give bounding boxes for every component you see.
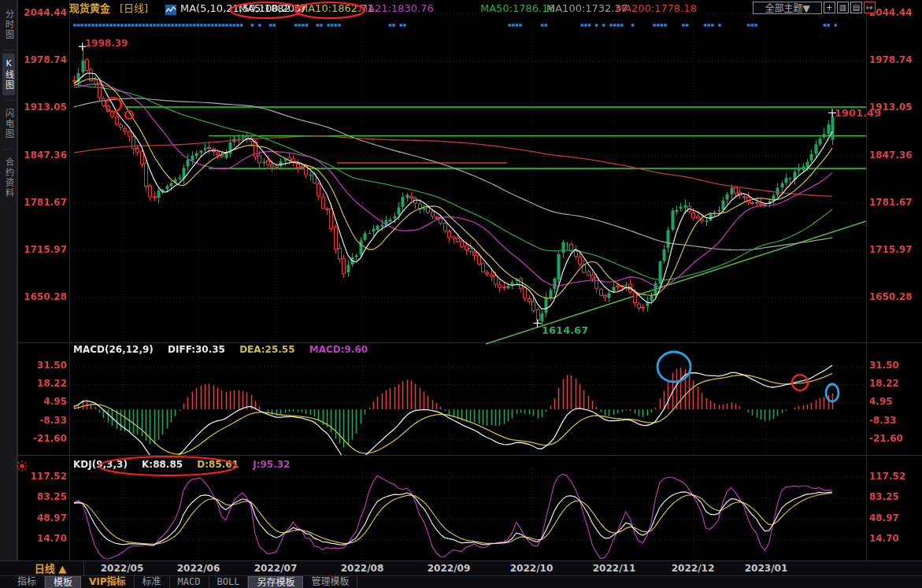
x-axis-date-label: 2022/08	[335, 562, 390, 575]
x-axis-date-label: 2023/01	[739, 562, 794, 575]
main-y-axis-label-right: 1978.74	[869, 54, 918, 65]
ma21-value-label: MA21:1830.76	[359, 2, 434, 15]
kdj-j-value: J:95.32	[253, 459, 290, 470]
bottom-tab-1[interactable]: 模板	[45, 576, 81, 588]
ma5-value-label: MA5:1882.37	[239, 2, 307, 15]
symbol-title: 现货黄金	[69, 2, 110, 15]
ma200-value-label: MA200:1778.18	[616, 2, 697, 15]
macd-pane-header: MACD(26,12,9) DIFF:30.35 DEA:25.55 MACD:…	[73, 344, 379, 355]
macd-title: MACD(26,12,9)	[73, 344, 154, 355]
kdj-y-axis-label-right: 117.52	[869, 471, 918, 482]
all-themes-dropdown[interactable]: 全部主题▼	[753, 2, 822, 14]
sidebar-divider	[3, 149, 14, 150]
kdj-k-value: K:88.85	[142, 459, 183, 470]
kdj-pane-header: KDJ(9,3,3) K:88.85 D:85.61 J:95.32	[73, 459, 301, 470]
main-y-axis-label-left: 2044.44	[18, 7, 67, 18]
chart-type-sidebar: 分时图 K线图 闪电图 合约资料	[0, 0, 17, 560]
bottom-tab-0[interactable]: 指标	[9, 576, 45, 588]
main-y-axis-label-left: 1715.97	[18, 244, 67, 255]
x-axis-date-label: 2022/12	[665, 562, 720, 575]
macd-y-axis-label-right: 4.95	[869, 396, 918, 407]
layout-icon[interactable]: ▤	[850, 2, 862, 13]
x-axis-date-label: 2022/07	[248, 562, 303, 575]
main-y-axis-label-left: 1913.05	[18, 102, 67, 113]
bottom-tab-7[interactable]: 管理模板	[303, 576, 357, 588]
bottom-tab-4[interactable]: MACD	[170, 576, 209, 588]
sidebar-divider	[3, 50, 14, 50]
main-y-axis-label-left: 1781.67	[18, 197, 67, 208]
macd-diff-value: DIFF:30.35	[168, 344, 225, 355]
macd-y-axis-label-right: 18.22	[869, 378, 918, 389]
pop-out-icon[interactable]: ↦	[864, 2, 876, 13]
macd-y-axis-label-right: 31.50	[869, 360, 918, 371]
x-axis-date-label: 2022/11	[587, 562, 642, 575]
grid-icon[interactable]: ▥	[837, 2, 849, 13]
kdj-d-value: D:85.61	[197, 459, 239, 470]
kdj-y-axis-label-right: 14.70	[869, 533, 918, 544]
main-y-axis-label-left: 1650.28	[18, 291, 67, 302]
price-chart-canvas[interactable]	[0, 0, 922, 588]
ma50-value-label: MA50:1786.16	[480, 2, 555, 15]
macd-y-axis-label-left: -21.60	[18, 433, 67, 444]
macd-y-axis-label-left: 4.95	[18, 396, 67, 407]
kdj-y-axis-label-left: 48.97	[18, 512, 67, 523]
bottom-tab-5[interactable]: BOLL	[209, 576, 249, 588]
sidebar-item-time-chart[interactable]: 分时图	[2, 5, 15, 45]
sidebar-divider	[3, 100, 14, 101]
macd-y-axis-label-right: -8.33	[869, 415, 918, 426]
macd-y-axis-label-right: -21.60	[869, 433, 918, 444]
date-axis-strip: 日线 ▲ 2022/052022/062022/072022/082022/09…	[0, 560, 922, 576]
bottom-tab-6[interactable]: 另存模板	[248, 576, 303, 588]
main-y-axis-label-right: 1650.28	[869, 291, 918, 302]
kline-chart-icon	[165, 3, 176, 18]
crosshair-icon[interactable]: +	[824, 2, 835, 13]
main-y-axis-label-right: 1847.36	[869, 150, 918, 161]
sidebar-item-kline-chart[interactable]: K线图	[2, 54, 15, 95]
period-tag: [日线]	[120, 2, 148, 15]
kdj-y-axis-label-left: 117.52	[18, 471, 67, 482]
kdj-y-axis-label-left: 14.70	[18, 533, 67, 544]
main-y-axis-label-right: 1913.05	[869, 102, 918, 113]
kdj-y-axis-label-left: 83.25	[18, 491, 67, 502]
sidebar-item-contract-info[interactable]: 合约资料	[2, 153, 15, 203]
indicator-tab-strip: 指标模板VIP指标标准MACDBOLL另存模板管理模板	[0, 575, 922, 588]
period-low-label: 1614.67	[542, 324, 588, 336]
bottom-tab-3[interactable]: 标准	[135, 576, 170, 588]
macd-y-axis-label-left: 18.22	[18, 378, 67, 389]
macd-y-axis-label-left: 31.50	[18, 360, 67, 371]
trading-app-window: 分时图 K线图 闪电图 合约资料 现货黄金 [日线] MA(5,10,21,50…	[0, 0, 922, 588]
main-y-axis-label-left: 1847.36	[18, 150, 67, 161]
macd-y-axis-label-left: -8.33	[18, 415, 67, 426]
x-axis-date-label: 2022/10	[504, 562, 559, 575]
main-y-axis-label-right: 1781.67	[869, 197, 918, 208]
bottom-tab-2[interactable]: VIP指标	[81, 576, 135, 588]
kdj-title: KDJ(9,3,3)	[73, 459, 128, 470]
kdj-y-axis-label-right: 48.97	[869, 512, 918, 523]
macd-macd-value: MACD:9.60	[309, 344, 368, 355]
kdj-y-axis-label-right: 83.25	[869, 491, 918, 502]
period-selector[interactable]: 日线 ▲	[17, 561, 84, 576]
main-y-axis-label-right: 1715.97	[869, 244, 918, 255]
macd-dea-value: DEA:25.55	[239, 344, 294, 355]
sidebar-item-lightning-chart[interactable]: 闪电图	[2, 104, 15, 144]
x-axis-date-label: 2022/06	[171, 562, 226, 575]
period-high-label: 1998.39	[85, 38, 128, 49]
main-y-axis-label-left: 1978.74	[18, 54, 67, 65]
main-y-axis-label-right: 2044.44	[869, 7, 918, 18]
x-axis-date-label: 2022/05	[94, 562, 150, 575]
x-axis-date-label: 2022/09	[421, 562, 476, 575]
